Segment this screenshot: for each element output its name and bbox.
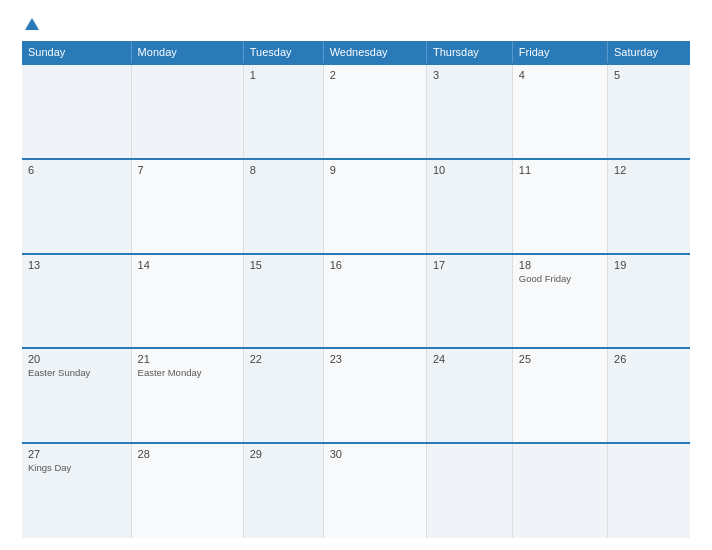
holiday-label: Good Friday	[519, 273, 601, 284]
calendar-cell: 28	[131, 443, 243, 538]
week-row-5: 27Kings Day282930	[22, 443, 690, 538]
calendar-cell: 27Kings Day	[22, 443, 131, 538]
day-number: 2	[330, 69, 420, 81]
weekday-header-thursday: Thursday	[427, 41, 513, 64]
calendar-cell: 19	[608, 254, 690, 349]
weekday-header-wednesday: Wednesday	[323, 41, 426, 64]
calendar-cell: 2	[323, 64, 426, 159]
calendar-cell: 7	[131, 159, 243, 254]
day-number: 16	[330, 259, 420, 271]
calendar-cell: 26	[608, 348, 690, 443]
day-number: 21	[138, 353, 237, 365]
day-number: 26	[614, 353, 684, 365]
calendar-cell: 8	[243, 159, 323, 254]
day-number: 12	[614, 164, 684, 176]
weekday-header-saturday: Saturday	[608, 41, 690, 64]
header	[22, 18, 690, 31]
day-number: 14	[138, 259, 237, 271]
calendar-cell: 17	[427, 254, 513, 349]
calendar-cell	[427, 443, 513, 538]
calendar-cell: 11	[512, 159, 607, 254]
day-number: 7	[138, 164, 237, 176]
calendar-cell: 30	[323, 443, 426, 538]
day-number: 27	[28, 448, 125, 460]
calendar-cell: 18Good Friday	[512, 254, 607, 349]
weekday-header-tuesday: Tuesday	[243, 41, 323, 64]
calendar-cell: 5	[608, 64, 690, 159]
calendar-cell: 12	[608, 159, 690, 254]
holiday-label: Easter Sunday	[28, 367, 125, 378]
weekday-header-sunday: Sunday	[22, 41, 131, 64]
calendar-cell: 6	[22, 159, 131, 254]
calendar-cell: 15	[243, 254, 323, 349]
day-number: 25	[519, 353, 601, 365]
day-number: 11	[519, 164, 601, 176]
page: SundayMondayTuesdayWednesdayThursdayFrid…	[0, 0, 712, 550]
day-number: 18	[519, 259, 601, 271]
day-number: 23	[330, 353, 420, 365]
calendar-cell: 1	[243, 64, 323, 159]
calendar-cell	[22, 64, 131, 159]
calendar-cell: 25	[512, 348, 607, 443]
calendar-table: SundayMondayTuesdayWednesdayThursdayFrid…	[22, 41, 690, 538]
day-number: 20	[28, 353, 125, 365]
holiday-label: Kings Day	[28, 462, 125, 473]
day-number: 10	[433, 164, 506, 176]
calendar-cell	[512, 443, 607, 538]
calendar-cell: 3	[427, 64, 513, 159]
day-number: 29	[250, 448, 317, 460]
week-row-1: 12345	[22, 64, 690, 159]
calendar-cell: 9	[323, 159, 426, 254]
calendar-cell: 20Easter Sunday	[22, 348, 131, 443]
weekday-header-row: SundayMondayTuesdayWednesdayThursdayFrid…	[22, 41, 690, 64]
week-row-3: 131415161718Good Friday19	[22, 254, 690, 349]
day-number: 8	[250, 164, 317, 176]
calendar-cell	[131, 64, 243, 159]
calendar-cell: 24	[427, 348, 513, 443]
calendar-cell: 16	[323, 254, 426, 349]
day-number: 4	[519, 69, 601, 81]
calendar-cell: 4	[512, 64, 607, 159]
calendar-cell: 21Easter Monday	[131, 348, 243, 443]
calendar-cell: 13	[22, 254, 131, 349]
day-number: 6	[28, 164, 125, 176]
weekday-header-monday: Monday	[131, 41, 243, 64]
day-number: 17	[433, 259, 506, 271]
day-number: 19	[614, 259, 684, 271]
day-number: 9	[330, 164, 420, 176]
logo	[22, 18, 41, 31]
day-number: 5	[614, 69, 684, 81]
day-number: 24	[433, 353, 506, 365]
day-number: 13	[28, 259, 125, 271]
day-number: 1	[250, 69, 317, 81]
holiday-label: Easter Monday	[138, 367, 237, 378]
day-number: 28	[138, 448, 237, 460]
day-number: 3	[433, 69, 506, 81]
calendar-cell: 22	[243, 348, 323, 443]
week-row-4: 20Easter Sunday21Easter Monday2223242526	[22, 348, 690, 443]
calendar-cell	[608, 443, 690, 538]
calendar-cell: 14	[131, 254, 243, 349]
day-number: 30	[330, 448, 420, 460]
logo-triangle-icon	[25, 18, 39, 30]
week-row-2: 6789101112	[22, 159, 690, 254]
weekday-header-friday: Friday	[512, 41, 607, 64]
calendar-cell: 23	[323, 348, 426, 443]
day-number: 15	[250, 259, 317, 271]
calendar-cell: 10	[427, 159, 513, 254]
day-number: 22	[250, 353, 317, 365]
calendar-cell: 29	[243, 443, 323, 538]
